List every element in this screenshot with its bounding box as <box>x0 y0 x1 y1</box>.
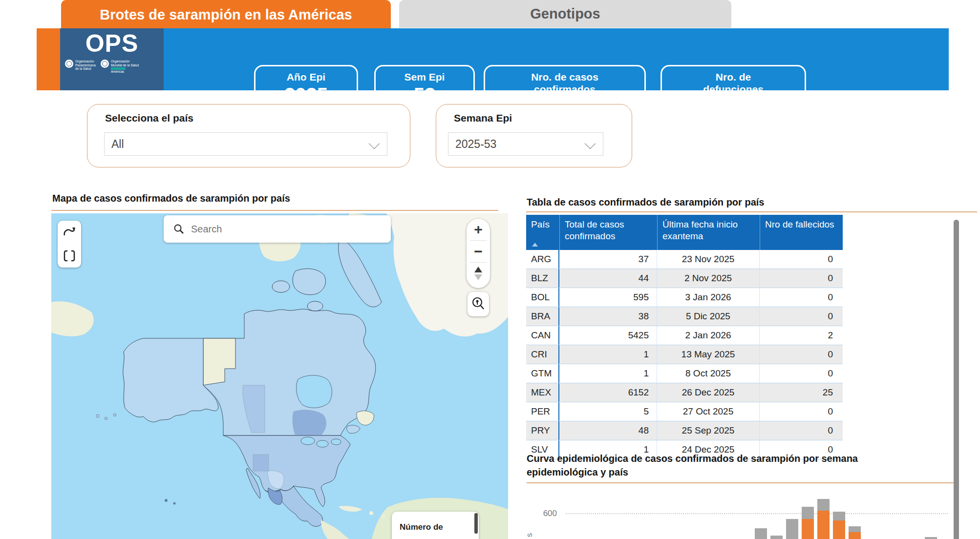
ops-logo: OPS Organización Panamericana de la Salu… <box>60 28 164 90</box>
table-cell: GTM <box>526 364 559 383</box>
dashboard: Brotes de sarampión en las Américas Geno… <box>0 0 980 539</box>
ops-logo-acronym: OPS <box>60 29 164 58</box>
table-row[interactable]: PRY4825 Sep 20250 <box>526 421 843 440</box>
country-filter: Selecciona el país All <box>87 104 410 167</box>
divider <box>470 262 487 263</box>
table-cell: 38 <box>559 307 657 326</box>
stacked-bar[interactable] <box>770 536 783 539</box>
table-cell: 5 Dic 2025 <box>657 307 760 326</box>
cases-table: País Total de casos confirmados Última f… <box>526 215 843 459</box>
stacked-bar[interactable] <box>925 537 937 539</box>
table-cell: 25 Sep 2025 <box>657 421 760 440</box>
map-search-box[interactable]: Search <box>164 215 391 243</box>
week-filter: Semana Epi 2025-53 <box>436 104 632 167</box>
table-row[interactable]: CRI113 May 20250 <box>526 345 843 364</box>
col-header-fecha[interactable]: Última fecha inicio exantema <box>657 215 760 250</box>
table-row[interactable]: BLZ442 Nov 20250 <box>526 269 843 288</box>
table-row[interactable]: MEX615226 Dec 202525 <box>526 383 843 402</box>
tab-genotipos[interactable]: Genotipos <box>399 0 731 28</box>
table-cell: 0 <box>760 307 843 326</box>
map-legend: Número de <box>392 512 479 539</box>
country-filter-label: Selecciona el país <box>105 112 193 124</box>
table-cell: BRA <box>526 307 559 326</box>
map-title-underline <box>51 210 498 211</box>
paho-logo-lockup: Organización Panamericana de la Salud <box>65 60 96 74</box>
chevron-down-icon <box>585 138 596 149</box>
table-header[interactable]: País Total de casos confirmados Última f… <box>526 215 843 250</box>
table-cell: PRY <box>526 421 559 440</box>
col-header-total[interactable]: Total de casos confirmados <box>559 215 657 250</box>
stacked-bar[interactable] <box>849 526 861 539</box>
kpi-label: Sem Epi <box>376 71 473 83</box>
table-title: Tabla de casos confirmados de sarampión … <box>527 197 764 208</box>
header-band: OPS Organización Panamericana de la Salu… <box>37 28 949 90</box>
kpi-label: Nro. de defunciones <box>702 71 765 95</box>
magnifier-pin-icon <box>468 292 489 316</box>
table-cell: BLZ <box>526 269 559 288</box>
who-logo-lockup: Organización Mundial de la Salud América… <box>101 60 139 74</box>
stacked-bar[interactable] <box>802 507 814 539</box>
header-orange-strip <box>37 28 60 90</box>
vertical-scrollbar-thumb[interactable] <box>954 220 959 539</box>
table-row[interactable]: PER527 Oct 20250 <box>526 402 843 421</box>
table-cell: 0 <box>760 345 843 364</box>
map-title: Mapa de casos confirmados de sarampión p… <box>52 193 290 204</box>
table-row[interactable]: BOL5953 Jan 20260 <box>526 288 843 307</box>
week-dropdown[interactable]: 2025-53 <box>448 132 603 156</box>
kpi-value: 2025 <box>256 84 357 105</box>
table-cell: 37 <box>559 250 657 269</box>
table-row[interactable]: CAN54252 Jan 20262 <box>526 326 843 345</box>
table-row[interactable]: GTM18 Oct 20250 <box>526 364 843 383</box>
birds-eye-icon <box>64 228 75 235</box>
col-header-pais[interactable]: País <box>526 215 559 250</box>
table-cell: 1 <box>559 345 657 364</box>
table-cell: 1 <box>559 364 657 383</box>
tilt-down-icon[interactable] <box>474 274 482 280</box>
stacked-bar[interactable] <box>817 499 830 539</box>
table-cell: 0 <box>760 421 843 440</box>
tilt-up-icon[interactable] <box>474 267 482 272</box>
col-header-fallecidos[interactable]: Nro de fallecidos <box>760 215 843 250</box>
search-placeholder: Search <box>191 224 222 235</box>
choropleth-map[interactable]: Search + − Número de <box>51 213 508 539</box>
table-cell: 0 <box>760 250 843 269</box>
zoom-in-button[interactable]: + <box>474 219 483 240</box>
stacked-bar[interactable] <box>755 528 767 539</box>
kpi-card-defunciones: Nro. de defunciones 44 <box>660 65 806 115</box>
sort-ascending-icon <box>532 243 538 247</box>
table-cell: 2 Nov 2025 <box>657 269 760 288</box>
paho-globe-icon <box>65 60 73 68</box>
table-cell: 0 <box>760 402 843 421</box>
legend-scrollbar-thumb[interactable] <box>474 513 478 534</box>
table-cell: 23 Nov 2025 <box>657 250 760 269</box>
kpi-value-partial: 44 <box>662 108 805 115</box>
table-cell: ARG <box>526 250 559 269</box>
table-cell: 48 <box>559 421 657 440</box>
table-cell: 595 <box>559 288 657 307</box>
table-cell: 8 Oct 2025 <box>657 364 760 383</box>
table-cell: 0 <box>760 269 843 288</box>
tab-brotes-label: Brotes de sarampión en las Américas <box>100 7 352 23</box>
table-row[interactable]: BRA385 Dic 20250 <box>526 307 843 326</box>
table-cell: 44 <box>559 269 657 288</box>
table-cell: 3 Jan 2026 <box>657 288 760 307</box>
table-cell: 13 May 2025 <box>657 345 760 364</box>
tab-genotipos-label: Genotipos <box>530 6 600 22</box>
stacked-bar[interactable] <box>786 519 798 539</box>
table-cell: 5 <box>559 402 657 421</box>
search-icon <box>173 224 184 234</box>
zoom-to-selection-button[interactable] <box>468 292 489 316</box>
table-cell: 0 <box>760 364 843 383</box>
table-cell: 2 Jan 2026 <box>657 326 760 345</box>
table-body: ARG3723 Nov 20250BLZ442 Nov 20250BOL5953… <box>526 250 843 459</box>
table-row[interactable]: ARG3723 Nov 20250 <box>526 250 843 269</box>
stacked-bar[interactable] <box>833 512 845 539</box>
week-filter-label: Semana Epi <box>454 112 512 124</box>
table-cell: MEX <box>526 383 559 402</box>
country-dropdown[interactable]: All <box>104 132 387 156</box>
table-cell: CAN <box>526 326 559 345</box>
zoom-out-button[interactable]: − <box>474 241 483 262</box>
map-zoom-control: + − <box>467 219 490 288</box>
tab-brotes[interactable]: Brotes de sarampión en las Américas <box>61 0 391 29</box>
table-cell: PER <box>526 402 559 421</box>
